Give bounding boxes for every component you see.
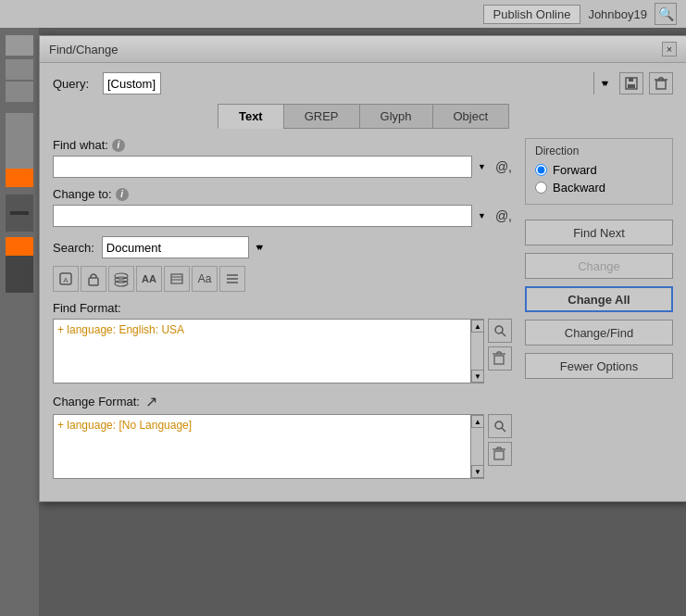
tab-text[interactable]: Text: [218, 104, 284, 129]
query-row: Query: [Custom] ▼: [53, 72, 673, 94]
find-what-info-icon[interactable]: i: [112, 139, 125, 152]
find-format-text: + language: English: USA: [57, 323, 184, 336]
change-format-box: + language: [No Language] ▲ ▼: [53, 414, 484, 479]
find-what-dropdown[interactable]: ▼: [471, 156, 492, 178]
query-select[interactable]: [Custom]: [103, 72, 161, 94]
change-to-label: Change to: i: [53, 187, 512, 201]
tab-object[interactable]: Object: [432, 104, 510, 129]
content-area: Find what: i ▼ @,: [53, 138, 673, 488]
change-format-box-wrapper: + language: [No Language] ▲ ▼: [53, 414, 512, 479]
svg-rect-3: [656, 81, 666, 89]
change-format-scrollbar[interactable]: ▲ ▼: [470, 415, 483, 478]
change-to-dropdown[interactable]: ▼: [471, 205, 492, 227]
top-bar: Publish Online Johnboy19 🔍: [0, 0, 686, 28]
svg-text:A: A: [63, 276, 69, 284]
find-what-label: Find what: i: [53, 138, 512, 152]
toolbar-row: A: [53, 266, 512, 292]
publish-online-btn[interactable]: Publish Online: [483, 5, 581, 24]
search-label: Search:: [53, 241, 94, 255]
aa-caps-icon[interactable]: AA: [136, 266, 162, 292]
svg-rect-29: [494, 451, 504, 459]
find-format-icons: [488, 319, 512, 383]
user-label: Johnboy19: [588, 7, 647, 21]
dialog-titlebar: Find/Change ×: [40, 36, 686, 63]
search-select[interactable]: Document All Documents Story Selection: [102, 236, 268, 258]
left-form-panel: Find what: i ▼ @,: [53, 138, 512, 488]
search-row: Search: Document All Documents Story Sel…: [53, 236, 512, 258]
change-format-section: Change Format: ↗ + language: [No Languag…: [53, 393, 512, 479]
direction-title: Direction: [535, 145, 663, 157]
forward-radio-row: Forward: [535, 163, 663, 177]
find-what-at-symbol[interactable]: @,: [495, 159, 512, 174]
find-change-dialog: Find/Change × Query: [Custom] ▼: [39, 35, 686, 502]
left-panel: [0, 28, 39, 616]
svg-line-28: [502, 428, 505, 432]
tab-grep[interactable]: GREP: [283, 104, 360, 129]
change-format-label: Change Format: ↗: [53, 393, 512, 410]
svg-rect-14: [171, 274, 182, 283]
query-select-wrapper: [Custom] ▼: [103, 72, 614, 94]
svg-rect-1: [629, 78, 633, 82]
forward-radio[interactable]: [535, 164, 547, 176]
change-format-text: + language: [No Language]: [57, 419, 192, 432]
paragraph-icon[interactable]: [164, 266, 190, 292]
svg-point-27: [495, 421, 503, 429]
search-select-wrapper: Document All Documents Story Selection ▼: [102, 236, 268, 258]
find-next-button[interactable]: Find Next: [525, 220, 673, 245]
find-format-scroll-up[interactable]: ▲: [471, 320, 484, 333]
find-format-delete-icon[interactable]: [488, 346, 512, 371]
right-action-panel: Direction Forward Backward Find Next: [525, 138, 673, 488]
tabs-row: Text GREP Glyph Object: [53, 104, 673, 129]
find-what-input[interactable]: [53, 156, 492, 178]
change-to-info-icon[interactable]: i: [116, 188, 129, 201]
svg-point-13: [115, 281, 128, 286]
change-to-wrapper: ▼: [53, 205, 492, 227]
change-button[interactable]: Change: [525, 253, 673, 279]
close-button[interactable]: ×: [662, 42, 677, 57]
find-format-scrollbar[interactable]: ▲ ▼: [470, 320, 483, 383]
svg-rect-10: [89, 278, 98, 285]
forward-label: Forward: [553, 163, 597, 177]
search-icon[interactable]: 🔍: [655, 3, 677, 25]
change-all-button[interactable]: Change All: [525, 286, 673, 312]
case-sensitive-icon[interactable]: A: [53, 266, 79, 292]
dialog-body: Query: [Custom] ▼: [40, 63, 686, 501]
backward-radio-row: Backward: [535, 181, 663, 195]
find-format-label: Find Format:: [53, 301, 512, 315]
query-dropdown-arrow[interactable]: ▼: [593, 72, 614, 94]
find-format-box: + language: English: USA ▲ ▼: [53, 319, 484, 383]
change-format-search-icon[interactable]: [488, 414, 512, 438]
backward-label: Backward: [553, 181, 605, 195]
lines-icon[interactable]: [219, 266, 245, 292]
svg-rect-22: [494, 356, 504, 364]
find-what-input-row: ▼ @,: [53, 156, 512, 178]
change-format-icons: [488, 414, 512, 479]
change-format-scroll-up[interactable]: ▲: [471, 415, 484, 428]
svg-rect-2: [628, 84, 635, 88]
layers-icon[interactable]: [108, 266, 134, 292]
find-format-search-icon[interactable]: [488, 319, 512, 343]
svg-line-21: [502, 333, 505, 336]
svg-point-20: [495, 326, 503, 333]
change-to-row: Change to: i ▼ @,: [53, 187, 512, 227]
dialog-title: Find/Change: [49, 43, 118, 57]
query-label: Query:: [53, 77, 97, 91]
find-format-scroll-down[interactable]: ▼: [471, 370, 484, 383]
lock-icon[interactable]: [81, 266, 106, 292]
change-to-input-row: ▼ @,: [53, 205, 512, 227]
find-what-row: Find what: i ▼ @,: [53, 138, 512, 178]
backward-radio[interactable]: [535, 182, 547, 194]
change-find-button[interactable]: Change/Find: [525, 320, 673, 346]
save-query-button[interactable]: [619, 72, 643, 94]
fewer-options-button[interactable]: Fewer Options: [525, 353, 673, 379]
change-format-delete-icon[interactable]: [488, 442, 512, 466]
change-format-scroll-down[interactable]: ▼: [471, 465, 484, 478]
change-to-at-symbol[interactable]: @,: [495, 208, 512, 223]
direction-box: Direction Forward Backward: [525, 138, 673, 205]
font-aa-icon[interactable]: Aa: [192, 266, 218, 292]
tab-glyph[interactable]: Glyph: [359, 104, 433, 129]
change-to-input[interactable]: [53, 205, 492, 227]
find-format-section: Find Format: + language: English: USA ▲ …: [53, 301, 512, 383]
delete-query-button[interactable]: [649, 72, 673, 94]
cursor-indicator: ↗: [145, 393, 157, 410]
